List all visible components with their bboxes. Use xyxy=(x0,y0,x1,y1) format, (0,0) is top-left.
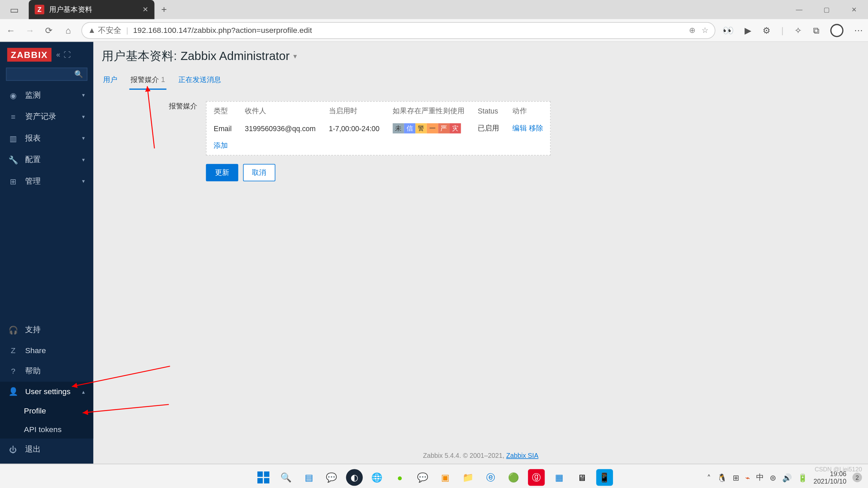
minimize-button[interactable]: — xyxy=(785,0,813,19)
zoom-icon[interactable]: ⊕ xyxy=(689,26,695,35)
chevron-up-icon: ▴ xyxy=(82,389,85,395)
col-recipient: 收件人 xyxy=(239,103,321,119)
sidebar-item-logout[interactable]: ⏻退出 xyxy=(0,439,93,460)
update-button[interactable]: 更新 xyxy=(206,164,238,181)
tray-icon-1[interactable]: ⊞ xyxy=(733,473,739,482)
collapse-icon[interactable]: « xyxy=(56,50,60,59)
explorer-icon[interactable]: 📁 xyxy=(460,469,476,486)
media-row: Email 3199560936@qq.com 1-7,00:00-24:00 … xyxy=(208,120,549,137)
collections-icon[interactable]: ⧉ xyxy=(813,25,820,36)
sidebar-item-support[interactable]: 🎧支持 xyxy=(0,319,93,341)
cancel-button[interactable]: 取消 xyxy=(243,164,275,181)
maximize-button[interactable]: ▢ xyxy=(813,0,841,19)
browser-icon-2[interactable]: ⓔ xyxy=(482,469,499,486)
chevron-down-icon: ▾ xyxy=(82,92,85,98)
zabbix-logo[interactable]: ZABBIX xyxy=(7,48,51,62)
cell-type: Email xyxy=(208,120,238,137)
favorites-icon[interactable]: ✧ xyxy=(794,25,802,36)
app-icon-2[interactable]: ▦ xyxy=(551,469,567,486)
zabbix-sia-link[interactable]: Zabbix SIA xyxy=(506,452,538,459)
cell-when: 1-7,00:00-24:00 xyxy=(323,120,386,137)
insecure-badge: ▲ 不安全 xyxy=(88,25,122,36)
forward-button[interactable]: → xyxy=(24,25,36,35)
chevron-down-icon[interactable]: ▾ xyxy=(293,52,297,60)
edge-icon[interactable]: 🌐 xyxy=(369,469,386,486)
back-button[interactable]: ← xyxy=(5,25,17,35)
remove-link[interactable]: 移除 xyxy=(529,124,543,132)
sidebar-item-inventory[interactable]: ≡资产记录▾ xyxy=(0,106,93,127)
cell-actions: 编辑 移除 xyxy=(507,120,549,137)
app-icon-4[interactable]: 📱 xyxy=(596,469,613,486)
taskbar-center: 🔍 ▤ 💬 ◐ 🌐 ● 💬 ▣ 📁 ⓔ 🟢 ⓖ ▦ 🖥 📱 xyxy=(255,469,613,486)
more-icon[interactable]: ⋯ xyxy=(854,25,863,36)
close-window-button[interactable]: ✕ xyxy=(841,0,868,19)
media-field-label: 报警媒介 xyxy=(102,101,197,181)
volume-icon[interactable]: 🔊 xyxy=(782,473,792,482)
battery-icon[interactable]: 🔋 xyxy=(798,473,807,482)
url-text: 192.168.100.147/zabbix.php?action=userpr… xyxy=(133,26,312,35)
app-icon-3[interactable]: 🖥 xyxy=(573,469,590,486)
refresh-button[interactable]: ⟳ xyxy=(43,25,55,36)
start-button[interactable] xyxy=(255,469,272,486)
watermark: CSDN @Liei5120 xyxy=(815,466,862,472)
col-when-active: 当启用时 xyxy=(323,103,386,119)
sidebar-item-configuration[interactable]: 🔧配置▾ xyxy=(0,149,93,171)
tab-media[interactable]: 报警媒介1 xyxy=(129,71,166,90)
tab-sending-messages[interactable]: 正在发送消息 xyxy=(177,71,222,90)
task-view-button[interactable]: ▤ xyxy=(300,469,317,486)
settings-icon[interactable]: ⚙ xyxy=(763,25,770,36)
favorite-icon[interactable]: ☆ xyxy=(702,26,709,35)
search-button[interactable]: 🔍 xyxy=(278,469,294,486)
vmware-icon[interactable]: ▣ xyxy=(437,469,454,486)
page-content: 用户基本资料: Zabbix Administrator ▾ 用户 报警媒介1 … xyxy=(93,42,868,464)
netease-icon[interactable]: ⓖ xyxy=(528,469,545,486)
sidebar-item-share[interactable]: ZShare xyxy=(0,341,93,360)
sidebar-search[interactable]: 🔍 xyxy=(6,68,87,81)
sidebar-item-help[interactable]: ?帮助 xyxy=(0,360,93,382)
col-status: Status xyxy=(472,103,505,119)
sidebar-subitem-api-tokens[interactable]: API tokens xyxy=(0,420,93,439)
chrome-icon[interactable]: 🟢 xyxy=(505,469,522,486)
tab-title: 用户基本资料 xyxy=(49,4,92,15)
edit-link[interactable]: 编辑 xyxy=(512,124,527,132)
app-icon-1[interactable]: ● xyxy=(392,469,408,486)
chat-icon[interactable]: 💬 xyxy=(323,469,340,486)
steam-icon[interactable]: ◐ xyxy=(346,469,362,486)
windows-taskbar[interactable]: 🔍 ▤ 💬 ◐ 🌐 ● 💬 ▣ 📁 ⓔ 🟢 ⓖ ▦ 🖥 📱 ˄ 🐧 ⊞ ⌁ 中 … xyxy=(0,464,868,488)
content-tabs: 用户 报警媒介1 正在发送消息 xyxy=(102,71,860,90)
wechat-icon[interactable]: 💬 xyxy=(414,469,431,486)
expand-icon[interactable]: ⛶ xyxy=(64,50,71,59)
sidebar-item-monitoring[interactable]: ◉监测▾ xyxy=(0,84,93,106)
home-button[interactable]: ⌂ xyxy=(62,25,74,35)
close-tab-icon[interactable]: ✕ xyxy=(142,5,149,14)
ime-indicator[interactable]: 中 xyxy=(756,472,764,483)
tab-user[interactable]: 用户 xyxy=(102,71,118,90)
address-bar[interactable]: ▲ 不安全 | 192.168.100.147/zabbix.php?actio… xyxy=(81,22,715,38)
sidebar-subitem-profile[interactable]: Profile xyxy=(0,402,93,420)
col-type: 类型 xyxy=(208,103,238,119)
sidebar-item-user-settings[interactable]: 👤User settings▴ xyxy=(0,382,93,401)
cell-status[interactable]: 已启用 xyxy=(472,120,505,137)
search-icon: 🔍 xyxy=(74,70,83,79)
wifi-icon[interactable]: ⊚ xyxy=(770,473,776,482)
cell-severity: 未 信 警 一 严 灾 xyxy=(387,120,471,137)
add-media-link[interactable]: 添加 xyxy=(214,141,228,150)
qq-tray-icon[interactable]: 🐧 xyxy=(717,473,727,482)
sidebar-item-reports[interactable]: ▥报表▾ xyxy=(0,127,93,149)
cell-recipient: 3199560936@qq.com xyxy=(239,120,321,137)
browser-tab[interactable]: Z 用户基本资料 ✕ xyxy=(29,0,155,19)
favicon: Z xyxy=(35,5,44,14)
ext-icon-2[interactable]: ▶ xyxy=(745,25,752,36)
page-title: 用户基本资料: Zabbix Administrator ▾ xyxy=(102,48,860,64)
profile-avatar[interactable] xyxy=(830,24,844,37)
tray-icon-2[interactable]: ⌁ xyxy=(745,473,750,482)
tray-overflow-icon[interactable]: ˄ xyxy=(707,473,711,482)
col-severity: 如果存在严重性则使用 xyxy=(387,103,471,119)
zabbix-footer: Zabbix 5.4.4. © 2001–2021, Zabbix SIA xyxy=(423,452,538,459)
ext-icon-1[interactable]: 👀 xyxy=(723,25,734,36)
browser-toolbar: ← → ⟳ ⌂ ▲ 不安全 | 192.168.100.147/zabbix.p… xyxy=(0,19,868,42)
new-tab-button[interactable]: + xyxy=(154,4,173,15)
tab-actions-icon[interactable]: ▭ xyxy=(0,0,29,19)
sidebar-item-administration[interactable]: ⊞管理▾ xyxy=(0,170,93,192)
notification-badge[interactable]: 2 xyxy=(852,473,862,482)
